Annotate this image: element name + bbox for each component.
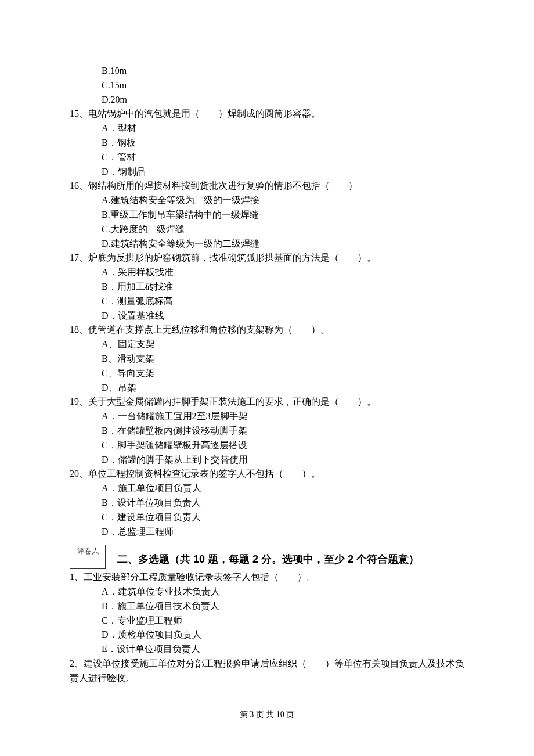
mq1-option-c: C．专业监理工程师 (70, 614, 464, 628)
q18-option-b: B、滑动支架 (70, 352, 464, 366)
mq1-option-e: E．设计单位项目负责人 (70, 642, 464, 657)
page-footer: 第 3 页 共 10 页 (0, 708, 534, 721)
q20-option-d: D．总监理工程师 (70, 525, 464, 539)
grader-blank (70, 557, 105, 569)
q15-option-d: D．钢制品 (70, 165, 464, 179)
q16-option-d: D.建筑结构安全等级为一级的二级焊缝 (70, 237, 464, 251)
q17-option-c: C．测量弧底标高 (70, 294, 464, 309)
q19-stem: 19、关于大型金属储罐内挂脚手架正装法施工的要求，正确的是（ ）。 (70, 395, 464, 409)
mq1-option-b: B．施工单位项目技术负责人 (70, 599, 464, 614)
q20-option-c: C．建设单位项目负责人 (70, 510, 464, 525)
q15-stem: 15、电站锅炉中的汽包就是用（ ）焊制成的圆筒形容器。 (70, 107, 464, 121)
mq2-stem: 2、建设单位接受施工单位对分部工程报验申请后应组织（ ）等单位有关项目负责人及技… (70, 657, 464, 686)
q19-option-c: C．脚手架随储罐壁板升高逐层搭设 (70, 438, 464, 453)
mq1-option-d: D．质检单位项目负责人 (70, 628, 464, 642)
document-page: B.10m C.15m D.20m 15、电站锅炉中的汽包就是用（ ）焊制成的圆… (0, 0, 534, 756)
q15-option-c: C．管材 (70, 150, 464, 165)
q20-option-a: A．施工单位项目负责人 (70, 481, 464, 496)
q17-option-a: A．采用样板找准 (70, 265, 464, 280)
q14-option-c: C.15m (70, 78, 464, 93)
q17-stem: 17、炉底为反拱形的炉窑砌筑前，找准砌筑弧形拱基面的方法是（ ）。 (70, 251, 464, 265)
grader-box: 评卷人 (70, 545, 106, 569)
q17-option-d: D．设置基准线 (70, 309, 464, 323)
mq1-option-a: A．建筑单位专业技术负责人 (70, 585, 464, 599)
q20-stem: 20、单位工程控制资料检查记录表的签字人不包括（ ）。 (70, 467, 464, 481)
q16-stem: 16、钢结构所用的焊接材料按到货批次进行复验的情形不包括（ ） (70, 179, 464, 193)
q18-option-a: A、固定支架 (70, 337, 464, 352)
q20-option-b: B．设计单位项目负责人 (70, 496, 464, 510)
q15-option-b: B．钢板 (70, 136, 464, 150)
q14-option-d: D.20m (70, 93, 464, 107)
q19-option-a: A．一台储罐施工宜用2至3层脚手架 (70, 409, 464, 424)
q19-option-d: D．储罐的脚手架从上到下交替使用 (70, 453, 464, 467)
q18-option-c: C、导向支架 (70, 366, 464, 381)
section-header-row: 评卷人 二、多选题（共 10 题，每题 2 分。选项中，至少 2 个符合题意） (70, 541, 464, 569)
q19-option-b: B．在储罐壁板内侧挂设移动脚手架 (70, 424, 464, 438)
q14-option-b: B.10m (70, 64, 464, 78)
q16-option-a: A.建筑结构安全等级为二级的一级焊接 (70, 193, 464, 208)
q18-stem: 18、使管道在支撑点上无线位移和角位移的支架称为（ ）。 (70, 323, 464, 337)
q18-option-d: D、吊架 (70, 381, 464, 395)
q17-option-b: B．用加工砖找准 (70, 280, 464, 294)
grader-label: 评卷人 (70, 545, 105, 557)
q16-option-c: C.大跨度的二级焊缝 (70, 222, 464, 237)
q15-option-a: A．型材 (70, 121, 464, 136)
q16-option-b: B.重级工作制吊车梁结构中的一级焊缝 (70, 208, 464, 222)
section2-title: 二、多选题（共 10 题，每题 2 分。选项中，至少 2 个符合题意） (106, 552, 419, 569)
mq1-stem: 1、工业安装部分工程质量验收记录表签字人包括（ ）。 (70, 570, 464, 585)
